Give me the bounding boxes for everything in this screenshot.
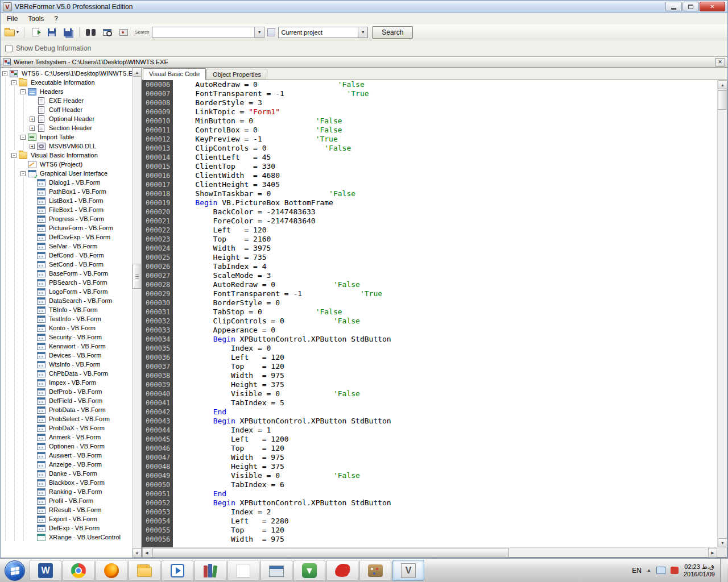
tree-item[interactable]: +Section Header <box>1 123 132 132</box>
tree-item[interactable]: LogoForm - VB.Form <box>1 287 132 296</box>
language-indicator[interactable]: EN <box>632 567 642 575</box>
tree-expander[interactable]: - <box>2 71 7 76</box>
tree-item[interactable]: Anzeige - VB.Form <box>1 460 132 469</box>
tree-item[interactable]: Kennwort - VB.Form <box>1 342 132 351</box>
tree-expander[interactable]: + <box>30 126 35 131</box>
taskbar-button-paint[interactable] <box>326 560 358 581</box>
tree-item[interactable]: DefCond - VB.Form <box>1 251 132 260</box>
save-button[interactable] <box>44 26 59 39</box>
tree-item[interactable]: DefField - VB.Form <box>1 396 132 405</box>
horizontal-scrollbar-thumb[interactable] <box>152 548 509 558</box>
open-button[interactable]: ▾ <box>3 26 20 39</box>
tree-item[interactable]: Optionen - VB.Form <box>1 442 132 451</box>
taskbar-button-folder[interactable] <box>129 560 160 581</box>
show-debug-checkbox[interactable] <box>5 45 13 52</box>
notification-tray-icon[interactable] <box>671 567 679 574</box>
export-button[interactable] <box>28 26 43 39</box>
tree-item[interactable]: Profil - VB.Form <box>1 496 132 505</box>
tree-item[interactable]: Ranking - VB.Form <box>1 487 132 496</box>
tree-item[interactable]: Konto - VB.Form <box>1 323 132 332</box>
tree-item[interactable]: DefProb - VB.Form <box>1 387 132 396</box>
tree-item[interactable]: Danke - VB.Form <box>1 469 132 478</box>
vertical-scrollbar-thumb[interactable] <box>718 90 727 110</box>
search-input[interactable] <box>152 28 254 36</box>
tree-item[interactable]: -Graphical User Interface <box>1 169 132 178</box>
menu-item-help[interactable]: ? <box>49 13 63 24</box>
scroll-up-icon[interactable]: ▲ <box>133 68 142 77</box>
window-search-button[interactable] <box>100 26 114 39</box>
menu-item-tools[interactable]: Tools <box>23 13 49 24</box>
tree-item[interactable]: DefCsvExp - VB.Form <box>1 232 132 242</box>
tab-visual-basic-code[interactable]: Visual Basic Code <box>143 68 206 80</box>
tree-scrollbar-thumb[interactable] <box>133 264 142 289</box>
tree-item[interactable]: Coff Header <box>1 105 132 114</box>
search-combobox[interactable]: ▾ <box>152 27 264 38</box>
tree-item[interactable]: -Headers <box>1 87 132 96</box>
taskbar-button-winrar[interactable] <box>195 560 226 581</box>
save-all-button[interactable] <box>61 26 76 39</box>
tree-item[interactable]: FileBox1 - VB.Form <box>1 205 132 214</box>
tree-item[interactable]: +Optional Header <box>1 114 132 123</box>
taskbar-button-media[interactable] <box>162 560 193 581</box>
tree-item[interactable]: ProbData - VB.Form <box>1 405 132 414</box>
tree-item[interactable]: Export - VB.Form <box>1 514 132 523</box>
menu-item-file[interactable]: File <box>2 13 23 24</box>
taskbar-button-design[interactable] <box>359 560 391 581</box>
tree-item[interactable]: PBSearch - VB.Form <box>1 278 132 287</box>
tree-item[interactable]: SetCond - VB.Form <box>1 260 132 269</box>
tree-item[interactable]: +MSVBVM60.DLL <box>1 142 132 151</box>
search-button[interactable]: Search <box>372 26 413 39</box>
tree-item[interactable]: ProbSelect - VB.Form <box>1 414 132 423</box>
tree-item[interactable]: -Visual Basic Information <box>1 151 132 160</box>
taskbar-button-windowapp[interactable] <box>260 560 292 581</box>
tree-expander[interactable]: - <box>20 89 26 94</box>
tree-expander[interactable]: + <box>30 117 35 122</box>
tree-item[interactable]: Security - VB.Form <box>1 332 132 342</box>
tree-expander[interactable]: - <box>20 171 26 176</box>
find-button[interactable] <box>83 26 98 39</box>
tree-item[interactable]: DataSearch - VB.Form <box>1 296 132 305</box>
chevron-down-icon[interactable]: ▾ <box>254 27 264 38</box>
tree-item[interactable]: WTS6 (Project) <box>1 160 132 169</box>
taskbar-button-vbreformer[interactable]: V <box>392 560 424 581</box>
tools-button[interactable] <box>116 26 131 39</box>
tree-item[interactable]: PathBox1 - VB.Form <box>1 187 132 196</box>
tree-item[interactable]: BaseForm - VB.Form <box>1 269 132 278</box>
code-horizontal-scrollbar[interactable]: ◀ ▶ <box>142 547 717 557</box>
code-vertical-scrollbar[interactable]: ▲ ▼ <box>717 80 727 547</box>
tree-item[interactable]: Anmerk - VB.Form <box>1 433 132 442</box>
code-editor[interactable]: 000006 AutoRedraw = 0 'False000007 FontT… <box>142 80 727 558</box>
tree-item[interactable]: DefExp - VB.Form <box>1 523 132 533</box>
tab-object-properties[interactable]: Object Properties <box>206 69 267 80</box>
tree-item[interactable]: RResult - VB.Form <box>1 505 132 514</box>
scope-combobox[interactable]: Current project ▾ <box>278 27 368 38</box>
tree-item[interactable]: Progress - VB.Form <box>1 214 132 223</box>
tree-item[interactable]: XRange - VB.UserControl <box>1 533 132 542</box>
close-button[interactable]: ✕ <box>700 2 725 11</box>
tree-item[interactable]: Impex - VB.Form <box>1 378 132 387</box>
scroll-down-icon[interactable]: ▼ <box>718 538 727 547</box>
tree-item[interactable]: TestInfo - VB.Form <box>1 314 132 323</box>
tree-item[interactable]: SelVar - VB.Form <box>1 242 132 251</box>
tree-expander[interactable]: - <box>20 135 26 140</box>
tree-item[interactable]: Devices - VB.Form <box>1 351 132 360</box>
taskbar-button-idm[interactable] <box>293 560 325 581</box>
document-close-button[interactable]: ✕ <box>715 58 725 66</box>
scroll-right-icon[interactable]: ▶ <box>708 548 717 558</box>
tree-item[interactable]: TBInfo - VB.Form <box>1 305 132 314</box>
scroll-up-icon[interactable]: ▲ <box>718 80 727 89</box>
minimize-button[interactable] <box>665 2 682 11</box>
taskbar-button-firefox[interactable] <box>96 560 127 581</box>
tree-expander[interactable]: - <box>11 153 16 158</box>
tree-item[interactable]: EXE Header <box>1 96 132 105</box>
tree-item[interactable]: -Import Table <box>1 132 132 142</box>
tree-item[interactable]: ProbDaX - VB.Form <box>1 423 132 433</box>
scroll-left-icon[interactable]: ◀ <box>142 548 151 558</box>
display-tray-icon[interactable] <box>656 567 665 574</box>
taskbar-button-chrome[interactable] <box>63 560 94 581</box>
tree-item[interactable]: PictureForm - VB.Form <box>1 223 132 232</box>
tree-item[interactable]: Blackbox - VB.Form <box>1 478 132 487</box>
tray-expand-icon[interactable]: ▲ <box>647 568 651 573</box>
tree-item[interactable]: Dialog1 - VB.Form <box>1 178 132 187</box>
tree-item[interactable]: ChPbData - VB.Form <box>1 369 132 378</box>
